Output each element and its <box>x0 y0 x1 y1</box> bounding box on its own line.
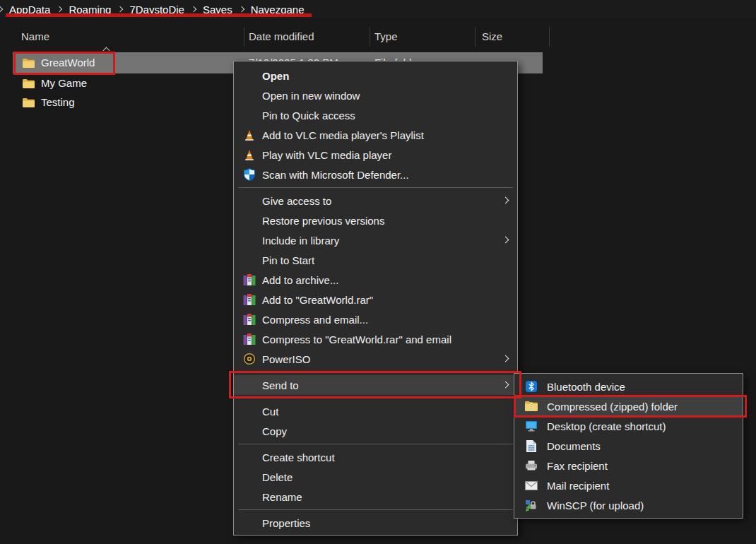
menu-separator <box>238 398 513 398</box>
menu-item-copy[interactable]: Copy <box>234 421 517 441</box>
menu-item-label: PowerISO <box>262 353 310 365</box>
menu-item-label: Open <box>262 70 289 82</box>
mail-envelope-icon <box>524 475 539 495</box>
menu-item-include-in-library[interactable]: Include in library <box>234 230 517 250</box>
menu-item-label: Restore previous versions <box>262 215 384 227</box>
menu-item-label: Open in new window <box>262 90 360 102</box>
menu-item-cut[interactable]: Cut <box>234 401 517 421</box>
column-divider[interactable] <box>549 27 550 47</box>
file-name: Testing <box>41 93 75 112</box>
winrar-icon <box>242 270 257 290</box>
menu-item-compress-to-greatworld-rar-and-email[interactable]: Compress to "GreatWorld.rar" and email <box>234 329 517 349</box>
column-divider[interactable] <box>244 27 244 47</box>
menu-item-add-to-vlc-playlist[interactable]: Add to VLC media player's Playlist <box>234 125 517 145</box>
chevron-right-icon <box>238 6 244 12</box>
fax-machine-icon <box>524 456 539 475</box>
document-icon <box>524 436 539 456</box>
submenu-item-compressed-zipped-folder[interactable]: Compressed (zipped) folder <box>514 396 743 416</box>
column-header-name[interactable]: Name <box>21 25 49 48</box>
vlc-icon <box>242 125 257 145</box>
menu-separator <box>238 372 513 372</box>
submenu-item-desktop-create-shortcut[interactable]: Desktop (create shortcut) <box>514 416 743 436</box>
column-divider[interactable] <box>370 27 370 47</box>
menu-item-label: Bluetooth device <box>547 381 625 393</box>
chevron-right-icon <box>0 6 3 12</box>
menu-item-label: Include in library <box>262 235 339 247</box>
menu-item-poweriso[interactable]: PowerISO <box>234 349 517 369</box>
winrar-icon <box>242 329 257 349</box>
folder-icon <box>23 78 35 91</box>
menu-item-label: Documents <box>547 440 601 452</box>
menu-item-label: Properties <box>262 517 310 529</box>
menu-item-label: Pin to Start <box>262 254 314 266</box>
menu-item-rename[interactable]: Rename <box>234 487 517 507</box>
file-explorer-window: AppData Roaming 7DaystoDie Saves Navezga… <box>0 0 756 544</box>
menu-item-send-to[interactable]: Send to <box>234 375 517 395</box>
file-name: GreatWorld <box>41 53 95 73</box>
menu-item-scan-with-defender[interactable]: Scan with Microsoft Defender... <box>234 165 517 184</box>
menu-item-label: Compress to "GreatWorld.rar" and email <box>262 333 451 345</box>
menu-item-open-in-new-window[interactable]: Open in new window <box>234 85 517 105</box>
winscp-icon <box>524 495 539 515</box>
menu-item-label: Play with VLC media player <box>262 149 391 161</box>
menu-item-label: Desktop (create shortcut) <box>547 420 666 432</box>
menu-item-restore-previous-versions[interactable]: Restore previous versions <box>234 211 517 230</box>
submenu-item-fax-recipient[interactable]: Fax recipient <box>514 456 743 475</box>
menu-separator <box>238 509 513 510</box>
column-headers: Name Date modified Type Size <box>0 25 558 48</box>
menu-item-pin-to-quick-access[interactable]: Pin to Quick access <box>234 105 517 125</box>
winrar-icon <box>242 290 257 309</box>
annotation-breadcrumb-underline <box>6 13 312 17</box>
menu-item-label: Compress and email... <box>262 314 368 326</box>
menu-separator <box>238 444 513 444</box>
zip-folder-icon <box>524 396 539 416</box>
file-name: My Game <box>41 73 87 93</box>
menu-item-open[interactable]: Open <box>234 66 517 85</box>
submenu-arrow-icon <box>502 237 509 244</box>
context-menu: Open Open in new window Pin to Quick acc… <box>233 61 518 536</box>
submenu-item-winscp-for-upload[interactable]: WinSCP (for upload) <box>514 495 743 515</box>
menu-item-compress-and-email[interactable]: Compress and email... <box>234 309 517 329</box>
folder-icon <box>23 97 35 110</box>
menu-item-create-shortcut[interactable]: Create shortcut <box>234 447 517 467</box>
menu-item-label: Delete <box>262 471 293 483</box>
submenu-item-mail-recipient[interactable]: Mail recipient <box>514 475 743 495</box>
menu-item-add-to-archive[interactable]: Add to archive... <box>234 270 517 290</box>
column-header-date-modified[interactable]: Date modified <box>249 25 314 48</box>
microsoft-defender-shield-icon <box>242 165 257 184</box>
breadcrumb: AppData Roaming 7DaystoDie Saves Navezga… <box>0 0 756 18</box>
menu-item-give-access-to[interactable]: Give access to <box>234 191 517 211</box>
column-divider[interactable] <box>475 27 476 47</box>
menu-item-label: Copy <box>262 425 287 437</box>
poweriso-disc-icon <box>242 349 257 369</box>
menu-item-properties[interactable]: Properties <box>234 513 517 533</box>
column-header-type[interactable]: Type <box>374 25 398 48</box>
chevron-right-icon <box>57 6 62 12</box>
send-to-submenu: Bluetooth device Compressed (zipped) fol… <box>514 373 743 519</box>
submenu-item-bluetooth-device[interactable]: Bluetooth device <box>514 377 743 396</box>
menu-item-label: Create shortcut <box>262 451 335 463</box>
desktop-monitor-icon <box>524 416 539 436</box>
menu-item-pin-to-start[interactable]: Pin to Start <box>234 250 517 270</box>
submenu-item-documents[interactable]: Documents <box>514 436 743 456</box>
submenu-arrow-icon <box>502 197 509 204</box>
menu-item-label: Pin to Quick access <box>262 110 355 122</box>
menu-item-label: Cut <box>262 406 278 418</box>
winrar-icon <box>242 309 257 329</box>
menu-item-label: Fax recipient <box>547 460 608 472</box>
chevron-right-icon <box>191 6 196 12</box>
menu-item-add-to-greatworld-rar[interactable]: Add to "GreatWorld.rar" <box>234 290 517 309</box>
column-header-size[interactable]: Size <box>482 25 502 48</box>
menu-item-label: Add to VLC media player's Playlist <box>262 129 424 141</box>
menu-item-delete[interactable]: Delete <box>234 467 517 487</box>
menu-item-label: Mail recipient <box>547 480 609 492</box>
vlc-icon <box>242 145 257 165</box>
menu-item-label: Add to archive... <box>262 274 338 286</box>
menu-item-label: Scan with Microsoft Defender... <box>262 169 409 181</box>
menu-item-label: Compressed (zipped) folder <box>547 401 678 413</box>
menu-item-label: WinSCP (for upload) <box>547 499 644 512</box>
menu-separator <box>238 187 513 188</box>
menu-item-label: Send to <box>262 379 299 391</box>
bluetooth-icon <box>524 377 539 396</box>
menu-item-play-with-vlc[interactable]: Play with VLC media player <box>234 145 517 165</box>
